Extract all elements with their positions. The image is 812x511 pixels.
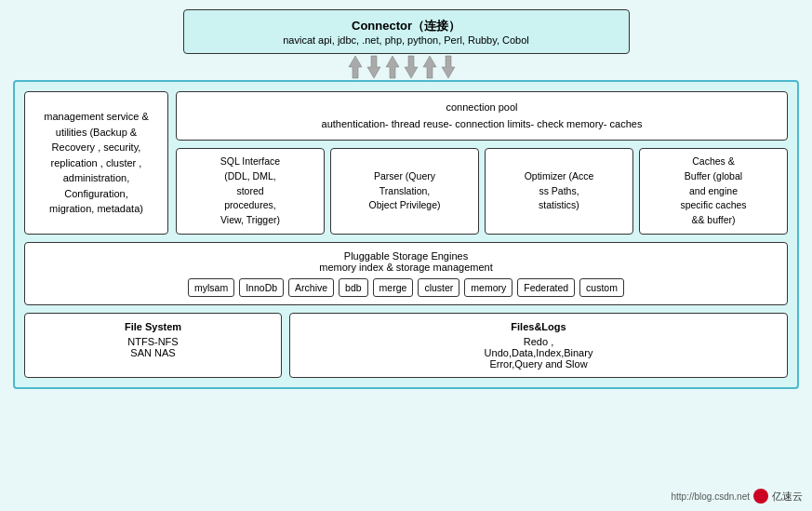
sql-interface-text: SQL Interface (DDL, DML, stored procedur… bbox=[220, 155, 280, 228]
filesystem-san: SAN NAS bbox=[33, 347, 273, 358]
filesystem-ntfs: NTFS-NFS bbox=[33, 336, 273, 347]
caches-box: Caches & Buffer (global and engine speci… bbox=[639, 148, 788, 235]
watermark-url: http://blog.csdn.net bbox=[671, 491, 750, 502]
bottom-row: File System NTFS-NFS SAN NAS Files&Logs … bbox=[24, 313, 788, 378]
connector-subtitle: navicat api, jdbc, .net, php, python, Pe… bbox=[203, 34, 610, 46]
engine-federated: Federated bbox=[517, 278, 575, 297]
filesystem-title: File System bbox=[33, 321, 273, 332]
top-row: management service & utilities (Backup &… bbox=[24, 91, 788, 235]
watermark: http://blog.csdn.net 亿速云 bbox=[671, 489, 803, 504]
fileslog-undo: Undo,Data,Index,Binary bbox=[298, 347, 779, 358]
svg-marker-4 bbox=[423, 56, 436, 78]
storage-section: Pluggable Storage Engines memory index &… bbox=[24, 242, 788, 305]
fileslog-error: Error,Query and Slow bbox=[298, 358, 779, 370]
management-box: management service & utilities (Backup &… bbox=[24, 91, 168, 235]
storage-title: Pluggable Storage Engines memory index &… bbox=[33, 250, 779, 273]
parser-text: Parser (Query Translation, Object Privil… bbox=[368, 169, 440, 213]
svg-marker-1 bbox=[367, 56, 380, 78]
engine-merge: merge bbox=[373, 278, 414, 297]
fileslog-title: Files&Logs bbox=[298, 321, 779, 332]
connector-title: Connector（连接） bbox=[203, 18, 610, 34]
svg-marker-0 bbox=[349, 56, 362, 78]
connection-pool-box: connection pool authentication- thread r… bbox=[176, 91, 788, 141]
management-text: management service & utilities (Backup &… bbox=[44, 109, 149, 217]
watermark-brand: 亿速云 bbox=[772, 490, 803, 504]
caches-text: Caches & Buffer (global and engine speci… bbox=[680, 155, 746, 228]
connection-pool-text: connection pool authentication- thread r… bbox=[184, 100, 779, 132]
engine-cluster: cluster bbox=[418, 278, 459, 297]
fileslog-redo: Redo , bbox=[298, 336, 779, 347]
arrows-section bbox=[341, 54, 472, 80]
sub-boxes-row: SQL Interface (DDL, DML, stored procedur… bbox=[176, 148, 788, 235]
engine-mylsam: mylsam bbox=[188, 278, 234, 297]
fileslog-box: Files&Logs Redo , Undo,Data,Index,Binary… bbox=[289, 313, 788, 378]
svg-marker-3 bbox=[405, 56, 418, 78]
engine-memory: memory bbox=[464, 278, 512, 297]
connector-box: Connector（连接） navicat api, jdbc, .net, p… bbox=[183, 9, 630, 54]
parser-box: Parser (Query Translation, Object Privil… bbox=[330, 148, 479, 235]
arrows-svg bbox=[341, 54, 472, 80]
storage-engines-row: mylsam InnoDb Archive bdb merge cluster … bbox=[33, 278, 779, 297]
watermark-icon bbox=[753, 489, 768, 504]
engine-bdb: bdb bbox=[339, 278, 368, 297]
optimizer-box: Optimizer (Acce ss Paths, statistics) bbox=[485, 148, 633, 235]
sql-interface-box: SQL Interface (DDL, DML, stored procedur… bbox=[176, 148, 325, 235]
engine-archive: Archive bbox=[288, 278, 334, 297]
main-container: management service & utilities (Backup &… bbox=[13, 80, 799, 389]
svg-marker-2 bbox=[386, 56, 399, 78]
filesystem-box: File System NTFS-NFS SAN NAS bbox=[24, 313, 282, 378]
right-section: connection pool authentication- thread r… bbox=[176, 91, 788, 235]
optimizer-text: Optimizer (Acce ss Paths, statistics) bbox=[525, 169, 594, 213]
engine-custom: custom bbox=[579, 278, 624, 297]
engine-innodb: InnoDb bbox=[239, 278, 284, 297]
svg-marker-5 bbox=[442, 56, 455, 78]
